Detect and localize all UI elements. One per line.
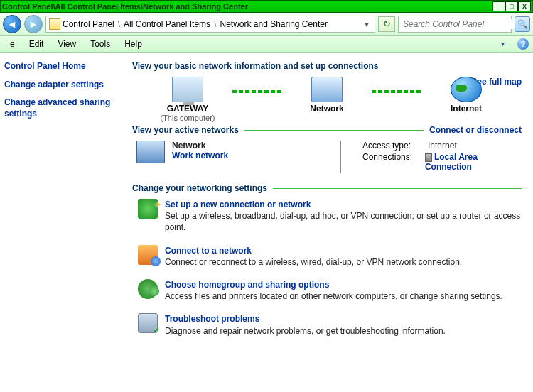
sidebar-advanced-sharing[interactable]: Change advanced sharing settings — [4, 97, 126, 119]
section-header-info: View your basic network information and … — [132, 61, 522, 71]
map-link — [232, 90, 282, 93]
minimize-button[interactable]: _ — [492, 1, 505, 11]
breadcrumb-part[interactable]: All Control Panel Items — [124, 19, 210, 29]
map-node-computer[interactable]: GATEWAY (This computer) — [149, 77, 227, 122]
menu-edit[interactable]: Edit — [22, 39, 51, 49]
task-title[interactable]: Choose homegroup and sharing options — [165, 280, 329, 290]
menu-bar: e Edit View Tools Help ▾ ? — [0, 36, 533, 53]
task-title[interactable]: Connect to a network — [165, 246, 252, 256]
task-desc: Access files and printers located on oth… — [165, 290, 502, 302]
sidebar-home[interactable]: Control Panel Home — [4, 61, 126, 72]
search-input[interactable] — [399, 19, 515, 29]
connection-link[interactable]: Local Area Connection — [425, 152, 478, 172]
menu-help[interactable]: Help — [117, 39, 149, 49]
network-icon — [311, 77, 343, 102]
location-icon — [49, 18, 60, 30]
task-connect-network[interactable]: Connect to a network Connect or reconnec… — [138, 245, 522, 268]
access-type-label: Access type: — [362, 141, 421, 151]
help-dropdown-icon[interactable]: ▾ — [494, 40, 512, 48]
window-title: Control Panel\All Control Panel Items\Ne… — [2, 2, 248, 11]
computer-icon — [172, 77, 203, 102]
task-desc: Connect or reconnect to a wireless, wire… — [165, 256, 462, 268]
globe-icon — [451, 77, 482, 102]
map-link — [372, 90, 421, 93]
active-network-item[interactable]: Network Work network — [136, 141, 319, 173]
menu-tools[interactable]: Tools — [83, 39, 117, 49]
close-button[interactable]: X — [518, 1, 531, 11]
forward-button[interactable]: ► — [24, 15, 43, 33]
chevron-down-icon[interactable]: ▾ — [362, 19, 372, 29]
task-setup-connection[interactable]: Set up a new connection or network Set u… — [138, 199, 522, 234]
network-name: Network — [172, 141, 228, 151]
network-map: See full map GATEWAY (This computer) Net… — [132, 77, 522, 122]
maximize-button[interactable]: □ — [505, 1, 518, 11]
adapter-icon — [425, 153, 432, 162]
homegroup-icon — [138, 279, 158, 299]
task-title[interactable]: Troubleshoot problems — [165, 314, 259, 324]
nav-toolbar: ◄ ► Control Panel\ All Control Panel Ite… — [0, 13, 533, 36]
title-bar: Control Panel\All Control Panel Items\Ne… — [0, 0, 533, 13]
task-troubleshoot[interactable]: Troubleshoot problems Diagnose and repai… — [138, 313, 522, 336]
sidebar-adapter-settings[interactable]: Change adapter settings — [4, 80, 126, 91]
section-header-change: Change your networking settings — [132, 183, 267, 193]
troubleshoot-icon — [138, 313, 158, 333]
search-button[interactable]: 🔍 — [515, 16, 530, 32]
task-desc: Set up a wireless, broadband, dial-up, a… — [165, 210, 522, 233]
access-type-value: Internet — [428, 141, 457, 151]
breadcrumb[interactable]: Control Panel\ All Control Panel Items\ … — [45, 16, 375, 33]
task-title[interactable]: Set up a new connection or network — [165, 200, 311, 209]
breadcrumb-part[interactable]: Control Panel — [63, 19, 114, 29]
task-desc: Diagnose and repair network problems, or… — [165, 325, 446, 337]
sidebar: Control Panel Home Change adapter settin… — [0, 53, 132, 392]
connect-network-icon — [138, 245, 158, 265]
setup-connection-icon — [138, 199, 158, 219]
task-homegroup[interactable]: Choose homegroup and sharing options Acc… — [138, 279, 522, 302]
breadcrumb-part[interactable]: Network and Sharing Center — [220, 19, 327, 29]
menu-e[interactable]: e — [3, 39, 22, 49]
search-box[interactable] — [398, 16, 512, 33]
connect-disconnect-link[interactable]: Connect or disconnect — [429, 125, 522, 135]
map-node-network[interactable]: Network — [288, 77, 366, 122]
network-type-link[interactable]: Work network — [172, 151, 228, 160]
section-header-active: View your active networks — [132, 125, 239, 135]
menu-view[interactable]: View — [50, 39, 83, 49]
back-button[interactable]: ◄ — [3, 15, 21, 33]
connections-label: Connections: — [362, 152, 418, 172]
refresh-button[interactable]: ↻ — [378, 16, 395, 32]
help-icon[interactable]: ? — [517, 38, 529, 50]
network-building-icon — [136, 141, 165, 163]
main-content: View your basic network information and … — [132, 53, 533, 392]
